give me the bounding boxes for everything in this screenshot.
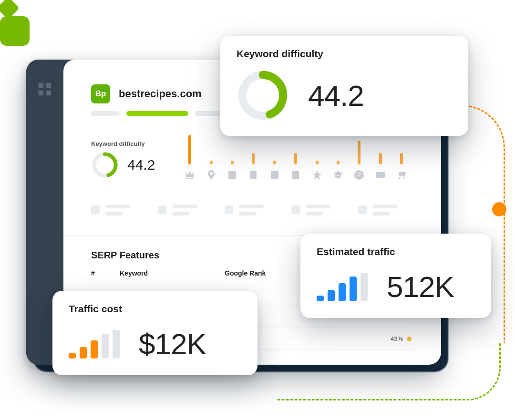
keyword-difficulty-mini: Keyword difficulty 44.2: [91, 140, 155, 179]
tc-bars-icon: [69, 330, 120, 359]
et-bars-icon: [317, 273, 368, 301]
help-icon: ?: [353, 169, 365, 181]
col-num: #: [91, 269, 101, 277]
site-domain: bestrecipes.com: [119, 88, 202, 100]
blob-green: [0, 16, 30, 46]
kd-card-title: Keyword difficulty: [237, 48, 449, 60]
et-card-value: 512K: [387, 270, 454, 304]
svg-rect-2: [39, 91, 44, 96]
svg-rect-0: [39, 83, 44, 88]
kd-mini-value: 44.2: [127, 157, 155, 173]
tc-card-title: Traffic cost: [69, 303, 238, 315]
stat-skeleton-5: [358, 205, 413, 219]
image-icon: [227, 169, 238, 181]
stat-skeleton-4: [291, 205, 347, 219]
dot-orange: [492, 202, 506, 216]
apps-grid-icon[interactable]: [37, 82, 52, 99]
row-percent: 43%: [391, 335, 403, 342]
site-favicon: Bp: [91, 84, 110, 103]
calendar-icon: [247, 169, 259, 181]
tc-card-value: $12K: [139, 327, 206, 361]
svg-rect-8: [376, 172, 385, 178]
et-card-title: Estimated traffic: [317, 246, 472, 257]
dot-icon: [407, 337, 412, 341]
svg-rect-1: [46, 83, 52, 88]
cart-icon: [396, 169, 407, 181]
metric-card-traffic-cost: Traffic cost $12K: [52, 291, 258, 375]
kd-mini-label: Keyword difficulty: [91, 140, 155, 147]
book-icon: [290, 169, 301, 181]
col-google-rank: Google Rank: [225, 269, 296, 277]
kd-mini-ring-icon: [91, 151, 119, 179]
svg-text:?: ?: [357, 171, 361, 179]
kd-card-value: 44.2: [308, 79, 364, 113]
col-keyword: Keyword: [120, 269, 206, 277]
ad-icon: [375, 169, 386, 181]
serp-feature-bars: ?: [168, 135, 413, 184]
metric-card-keyword-difficulty: Keyword difficulty 44.2: [220, 36, 468, 136]
metric-card-estimated-traffic: Estimated traffic 512K: [300, 234, 491, 318]
svg-rect-3: [46, 91, 52, 96]
crown-icon: [184, 169, 196, 181]
stat-skeleton-2: [158, 205, 213, 219]
map-pin-icon: [206, 169, 217, 181]
stat-card-row: [91, 205, 413, 219]
academic-icon: [332, 169, 344, 181]
stat-skeleton-3: [225, 205, 280, 219]
star-icon: [311, 169, 323, 181]
play-icon: [269, 169, 280, 181]
stat-skeleton-1: [91, 205, 146, 219]
kd-ring-icon: [237, 69, 289, 122]
